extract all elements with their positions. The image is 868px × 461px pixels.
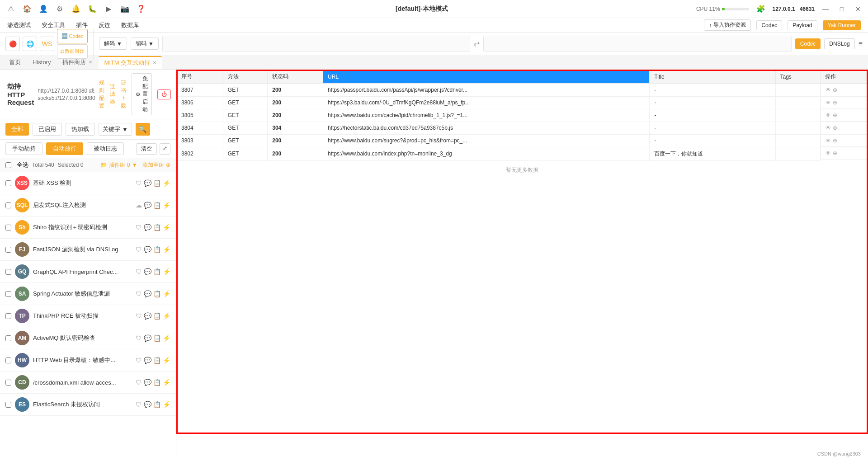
plugin-item-10[interactable]: CD /crossdomain.xml allow-acces... 🛡 💬 📋… <box>0 372 176 394</box>
plugin-checkbox-11[interactable] <box>5 402 11 408</box>
settings-icon[interactable]: ⚙ <box>53 3 66 15</box>
codec-top-btn[interactable]: Codec <box>756 20 782 30</box>
action-plus-3[interactable]: ⊕ <box>833 112 837 118</box>
menu-reverse[interactable]: 反连 <box>99 19 110 31</box>
decode-btn[interactable]: 解码 ▼ <box>99 38 127 50</box>
chat-icon-5[interactable]: 💬 <box>144 268 151 275</box>
home-icon[interactable]: 🏠 <box>21 3 33 15</box>
plugin-item-6[interactable]: SA Spring Actuator 敏感信息泄漏 🛡 💬 📋 ⚡ <box>0 283 176 305</box>
auto-release-tab[interactable]: 自动放行 <box>46 142 83 155</box>
shield-icon-1[interactable]: 🛡 <box>136 179 142 187</box>
filter-hotload-btn[interactable]: 热加载 <box>66 123 95 136</box>
shield-icon-10[interactable]: 🛡 <box>136 379 142 386</box>
codec-input-area[interactable] <box>162 36 470 52</box>
action-eye-1[interactable]: 👁 <box>826 87 831 93</box>
plugin-item-5[interactable]: GQ GraphQL API Fingerprint Chec... 🛡 💬 📋… <box>0 261 176 283</box>
expand-btn[interactable]: ⤢ <box>160 143 170 155</box>
filter-link[interactable]: 过滤器 <box>110 83 115 106</box>
maximize-button[interactable]: □ <box>836 4 847 14</box>
plugin-checkbox-10[interactable] <box>5 380 11 386</box>
plugin-item-8[interactable]: AM ActiveMQ 默认密码检查 🛡 💬 📋 ⚡ <box>0 327 176 349</box>
add-to-group-btn[interactable]: 📁 插件组 0 ▼ 添加至组 ⊕ <box>100 161 170 169</box>
close-button[interactable]: ✕ <box>853 4 863 14</box>
plugin-checkbox-9[interactable] <box>5 358 11 363</box>
chat-icon-9[interactable]: 💬 <box>144 357 151 364</box>
codec-output-area[interactable] <box>483 36 791 52</box>
doc-icon-3[interactable]: 📋 <box>153 224 161 231</box>
action-plus-1[interactable]: ⊕ <box>833 87 837 93</box>
yak-runner-btn[interactable]: Yak Runner <box>823 20 861 30</box>
encode-btn[interactable]: 编码 ▼ <box>131 38 159 50</box>
import-btn[interactable]: ↑ 导入协作资源 <box>704 19 751 31</box>
chat-icon-1[interactable]: 💬 <box>144 179 151 187</box>
tab-plugins-close[interactable]: ✕ <box>89 60 92 65</box>
action-eye-3[interactable]: 👁 <box>826 112 831 118</box>
tab-mitm[interactable]: MITM 交互式劫持 ✕ <box>99 56 162 69</box>
plugin-checkbox-6[interactable] <box>5 291 11 297</box>
doc-icon-7[interactable]: 📋 <box>153 312 161 320</box>
plugin-checkbox-5[interactable] <box>5 269 11 275</box>
plugin-item-2[interactable]: SQL 启发式SQL注入检测 ☁ 💬 📋 ⚡ <box>0 194 176 216</box>
shield-icon-11[interactable]: 🛡 <box>136 401 142 408</box>
filter-all-btn[interactable]: 全部 <box>5 123 29 136</box>
action-plus-5[interactable]: ⊕ <box>833 137 837 144</box>
doc-icon-4[interactable]: 📋 <box>153 246 161 253</box>
power-btn[interactable]: ⏻ <box>157 89 171 99</box>
chat-icon-2[interactable]: 💬 <box>144 202 151 209</box>
plugin-item-7[interactable]: TP ThinkPHP RCE 被动扫描 🛡 💬 📋 ⚡ <box>0 305 176 327</box>
doc-icon-5[interactable]: 📋 <box>153 268 161 275</box>
doc-icon-1[interactable]: 📋 <box>153 179 161 187</box>
table-row[interactable]: 3802 GET 200 https://www.baidu.com/index… <box>177 147 868 160</box>
action-eye-2[interactable]: 👁 <box>826 99 831 106</box>
auto-config-btn[interactable]: ⚙ 免配置启动 <box>132 73 152 115</box>
chat-icon-8[interactable]: 💬 <box>144 334 151 342</box>
menu-database[interactable]: 数据库 <box>121 19 139 31</box>
chat-icon-3[interactable]: 💬 <box>144 224 151 231</box>
table-row[interactable]: 3803 GET 200 https://www.baidu.com/sugre… <box>177 134 868 147</box>
table-row[interactable]: 3806 GET 200 https://sp3.baidu.com/-0U_d… <box>177 96 868 109</box>
codec-right-btn[interactable]: Codec <box>795 38 821 49</box>
warning-icon[interactable]: ⚠ <box>5 3 17 15</box>
rule-config-link[interactable]: 规则配置 <box>99 79 104 110</box>
plugin-item-1[interactable]: XSS 基础 XSS 检测 🛡 💬 📋 ⚡ <box>0 172 176 194</box>
action-plus-6[interactable]: ⊕ <box>833 150 837 156</box>
action-eye-6[interactable]: 👁 <box>826 150 831 156</box>
cert-download-link[interactable]: 证书下载 <box>121 79 126 110</box>
action-eye-5[interactable]: 👁 <box>826 137 831 144</box>
plugin-checkbox-2[interactable] <box>5 202 11 208</box>
shield-icon-6[interactable]: 🛡 <box>136 290 142 297</box>
plugin-checkbox-4[interactable] <box>5 247 11 253</box>
plugin-checkbox-1[interactable] <box>5 180 11 186</box>
question-icon[interactable]: ❓ <box>135 3 147 15</box>
doc-icon-8[interactable]: 📋 <box>153 334 161 342</box>
table-row[interactable]: 3807 GET 200 https://passport.baidu.com/… <box>177 84 868 97</box>
chat-icon-4[interactable]: 💬 <box>144 246 151 253</box>
tab-home[interactable]: 首页 <box>4 56 26 68</box>
select-all-checkbox[interactable] <box>5 162 11 168</box>
search-button[interactable]: 🔍 <box>136 123 150 136</box>
plugin-checkbox-3[interactable] <box>5 225 11 230</box>
minimize-button[interactable]: — <box>820 4 831 14</box>
shield-icon-4[interactable]: 🛡 <box>136 246 142 253</box>
filter-enabled-btn[interactable]: 已启用 <box>33 123 62 136</box>
tab-history[interactable]: History <box>27 57 56 67</box>
doc-icon-6[interactable]: 📋 <box>153 290 161 297</box>
shield-icon-8[interactable]: 🛡 <box>136 334 142 342</box>
ws-icon[interactable]: WS <box>40 37 54 51</box>
plugin-item-3[interactable]: Sh Shiro 指纹识别＋弱密码检测 🛡 💬 📋 ⚡ <box>0 216 176 239</box>
payload-btn[interactable]: Payload <box>788 20 817 30</box>
doc-icon-11[interactable]: 📋 <box>153 401 161 408</box>
terminal-icon[interactable]: ▶ <box>102 3 115 15</box>
table-area[interactable]: 序号 方法 状态码 URL Title Tags 操作 3807 GET 200 <box>176 70 868 461</box>
shield-icon-3[interactable]: 🛡 <box>136 224 142 231</box>
mitm-icon[interactable]: 🔴 <box>5 37 20 51</box>
bug-icon[interactable]: 🐛 <box>86 3 99 15</box>
filter-keyword-dropdown[interactable]: 关键字 ▼ <box>99 123 132 136</box>
bell-icon[interactable]: 🔔 <box>70 3 82 15</box>
dnslog-btn[interactable]: DNSLog <box>824 38 854 49</box>
plugin-checkbox-7[interactable] <box>5 313 11 319</box>
action-eye-4[interactable]: 👁 <box>826 125 831 131</box>
table-row[interactable]: 3805 GET 200 https://www.baidu.com/cache… <box>177 109 868 122</box>
shield-icon-9[interactable]: 🛡 <box>136 357 142 364</box>
doc-icon-10[interactable]: 📋 <box>153 379 161 386</box>
